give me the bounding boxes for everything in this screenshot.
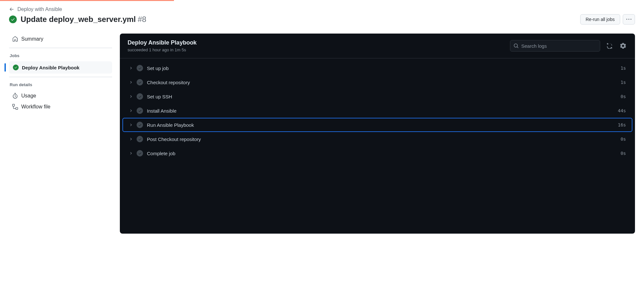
step-duration: 44s bbox=[618, 108, 626, 113]
step-duration: 0s bbox=[620, 94, 626, 99]
step-status-success-icon bbox=[137, 122, 143, 128]
chevron-right-icon bbox=[129, 123, 133, 127]
sidebar-item-label: Workflow file bbox=[21, 104, 50, 110]
step-status-success-icon bbox=[137, 150, 143, 157]
chevron-right-icon bbox=[129, 80, 133, 84]
sidebar-job-label: Deploy Ansible Playbook bbox=[22, 65, 80, 70]
step-row[interactable]: Set up SSH 0s bbox=[122, 89, 632, 104]
sidebar-item-summary[interactable]: Summary bbox=[9, 34, 112, 45]
workflow-icon bbox=[12, 104, 18, 110]
step-status-success-icon bbox=[137, 136, 143, 142]
step-name: Install Ansible bbox=[147, 108, 614, 114]
sync-icon bbox=[607, 43, 612, 49]
step-row[interactable]: Checkout repository 1s bbox=[122, 75, 632, 89]
step-row[interactable]: Set up job 1s bbox=[122, 61, 632, 75]
chevron-right-icon bbox=[129, 95, 133, 98]
page-loading-bar bbox=[0, 0, 174, 1]
step-duration: 0s bbox=[620, 151, 626, 156]
step-status-success-icon bbox=[137, 65, 143, 71]
log-panel: Deploy Ansible Playbook succeeded 1 hour… bbox=[120, 34, 635, 234]
sidebar-item-label: Usage bbox=[21, 93, 36, 99]
sidebar-item-workflow-file[interactable]: Workflow file bbox=[9, 101, 112, 112]
chevron-right-icon bbox=[129, 137, 133, 141]
step-name: Run Ansible Playbook bbox=[147, 122, 614, 128]
run-status-success-icon bbox=[9, 15, 17, 23]
sidebar: Summary Jobs Deploy Ansible Playbook Run… bbox=[9, 34, 112, 234]
gear-icon bbox=[620, 43, 626, 49]
refresh-logs-button[interactable] bbox=[605, 42, 614, 50]
step-row[interactable]: Post Checkout repository 0s bbox=[122, 132, 632, 146]
step-name: Checkout repository bbox=[147, 80, 617, 85]
breadcrumb-workflow-link[interactable]: Deploy with Ansible bbox=[17, 6, 62, 12]
log-settings-button[interactable] bbox=[619, 42, 627, 50]
home-icon bbox=[12, 36, 18, 42]
step-duration: 1s bbox=[620, 66, 626, 71]
kebab-icon bbox=[626, 17, 631, 22]
breadcrumb: Deploy with Ansible bbox=[9, 6, 635, 12]
log-subtitle: succeeded 1 hour ago in 1m 5s bbox=[128, 47, 197, 52]
sidebar-item-label: Summary bbox=[21, 36, 43, 42]
sidebar-job-deploy-ansible-playbook[interactable]: Deploy Ansible Playbook bbox=[9, 61, 112, 74]
step-duration: 1s bbox=[620, 80, 626, 85]
rerun-all-jobs-button[interactable]: Re-run all jobs bbox=[580, 14, 620, 25]
search-icon bbox=[514, 43, 519, 48]
step-name: Set up job bbox=[147, 66, 617, 71]
run-number: #8 bbox=[138, 15, 147, 24]
stopwatch-icon bbox=[12, 93, 18, 99]
log-title: Deploy Ansible Playbook bbox=[128, 39, 197, 46]
step-name: Post Checkout repository bbox=[147, 136, 617, 142]
step-name: Complete job bbox=[147, 151, 617, 156]
page-title: Update deploy_web_server.yml #8 bbox=[21, 15, 146, 24]
step-duration: 0s bbox=[620, 136, 626, 142]
sidebar-item-usage[interactable]: Usage bbox=[9, 90, 112, 101]
step-name: Set up SSH bbox=[147, 94, 617, 99]
job-status-success-icon bbox=[13, 65, 19, 70]
step-row[interactable]: Install Ansible 44s bbox=[122, 104, 632, 118]
search-logs-field[interactable] bbox=[510, 40, 600, 52]
arrow-left-icon bbox=[9, 7, 14, 12]
step-duration: 16s bbox=[618, 122, 626, 127]
chevron-right-icon bbox=[129, 151, 133, 155]
more-actions-button[interactable] bbox=[623, 14, 635, 25]
chevron-right-icon bbox=[129, 109, 133, 113]
sidebar-section-jobs: Jobs bbox=[9, 53, 112, 58]
step-status-success-icon bbox=[137, 93, 143, 100]
step-status-success-icon bbox=[137, 79, 143, 86]
divider bbox=[9, 77, 112, 77]
chevron-right-icon bbox=[129, 66, 133, 70]
sidebar-section-run-details: Run details bbox=[9, 82, 112, 87]
step-row[interactable]: Run Ansible Playbook 16s bbox=[122, 118, 632, 132]
step-status-success-icon bbox=[137, 107, 143, 114]
search-logs-input[interactable] bbox=[521, 43, 597, 49]
step-row[interactable]: Complete job 0s bbox=[122, 146, 632, 160]
divider bbox=[9, 48, 112, 48]
run-title-text: Update deploy_web_server.yml bbox=[21, 15, 136, 24]
